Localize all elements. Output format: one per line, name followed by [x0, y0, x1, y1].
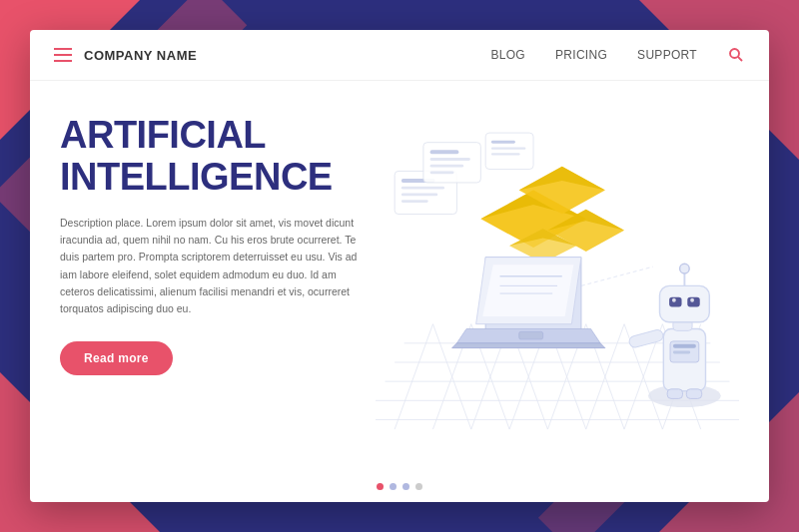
- svg-line-7: [395, 324, 432, 429]
- pagination-dot-3[interactable]: [402, 483, 409, 490]
- main-content: ARTIFICIAL INTELLIGENCE Description plac…: [30, 81, 769, 498]
- company-name: COMPANY NAME: [84, 48, 197, 63]
- svg-rect-66: [628, 328, 664, 348]
- hero-description: Description place. Lorem ipsum dolor sit…: [60, 215, 360, 318]
- svg-rect-27: [423, 143, 480, 183]
- svg-rect-30: [430, 165, 464, 168]
- svg-rect-24: [401, 187, 444, 190]
- laptop-illustration: [452, 258, 605, 348]
- page-title: ARTIFICIAL INTELLIGENCE: [60, 115, 366, 199]
- svg-marker-46: [482, 265, 573, 316]
- svg-rect-56: [673, 344, 696, 348]
- right-column: [366, 105, 739, 478]
- illustration-svg: [376, 95, 739, 448]
- read-more-button[interactable]: Read more: [60, 341, 173, 375]
- svg-rect-25: [401, 193, 437, 196]
- svg-rect-59: [659, 285, 709, 321]
- svg-rect-26: [401, 200, 428, 203]
- svg-rect-32: [485, 133, 533, 169]
- svg-point-65: [680, 264, 690, 273]
- svg-point-63: [690, 298, 694, 302]
- search-icon[interactable]: [727, 46, 745, 64]
- nav-left: COMPANY NAME: [54, 48, 197, 63]
- svg-marker-51: [452, 343, 605, 348]
- nav-link-pricing[interactable]: PRICING: [555, 48, 607, 62]
- pagination-dot-2[interactable]: [390, 483, 397, 490]
- illustration: [376, 95, 739, 448]
- nav-right: BLOG PRICING SUPPORT: [490, 46, 745, 64]
- navbar: COMPANY NAME BLOG PRICING SUPPORT: [30, 30, 769, 81]
- hamburger-menu[interactable]: [54, 48, 72, 62]
- left-column: ARTIFICIAL INTELLIGENCE Description plac…: [60, 105, 366, 478]
- pagination: [377, 483, 422, 490]
- svg-line-1: [738, 57, 742, 61]
- svg-rect-57: [673, 351, 690, 354]
- svg-rect-60: [669, 297, 681, 307]
- flying-folders: [480, 167, 624, 264]
- svg-rect-35: [491, 153, 520, 155]
- main-card: COMPANY NAME BLOG PRICING SUPPORT ARTIFI…: [30, 30, 769, 502]
- svg-rect-52: [519, 331, 543, 339]
- svg-rect-29: [430, 158, 470, 161]
- nav-link-support[interactable]: SUPPORT: [637, 48, 697, 62]
- svg-point-62: [672, 298, 676, 302]
- svg-line-69: [581, 266, 653, 285]
- robot-illustration: [628, 264, 721, 407]
- svg-rect-31: [430, 171, 454, 174]
- svg-rect-33: [491, 141, 515, 144]
- svg-rect-67: [667, 389, 682, 399]
- svg-rect-61: [687, 297, 699, 307]
- svg-rect-28: [430, 150, 459, 154]
- svg-rect-68: [686, 389, 701, 399]
- svg-point-0: [730, 49, 739, 58]
- nav-link-blog[interactable]: BLOG: [490, 48, 525, 62]
- svg-rect-34: [491, 147, 525, 149]
- pagination-dot-1[interactable]: [377, 483, 384, 490]
- pagination-dot-4[interactable]: [415, 483, 422, 490]
